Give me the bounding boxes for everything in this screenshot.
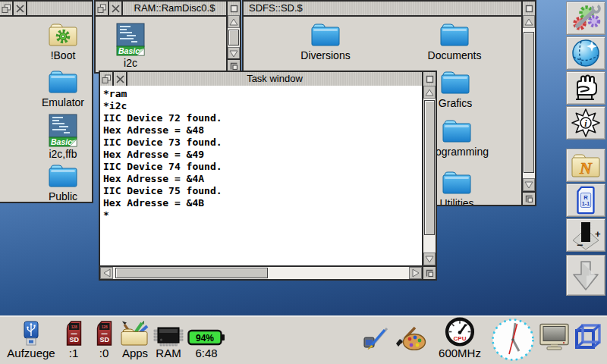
file-label: Emulator [42, 97, 84, 108]
monitor-icon [539, 323, 571, 350]
task-vscroll-slider[interactable] [424, 100, 435, 235]
sdfs-resize-handle[interactable] [521, 191, 535, 205]
sd-tool-line2: 1-1 [582, 201, 590, 207]
up-triangle [524, 18, 533, 26]
scroll-up-arrow-icon[interactable] [423, 86, 436, 99]
toolbar-button-scroll-down[interactable] [566, 255, 605, 296]
scroll-down-arrow-icon[interactable] [423, 253, 436, 265]
close-icon-glyph [112, 5, 120, 13]
iconbar-item-sd0[interactable]: 128 SD :0 [92, 317, 116, 359]
toolbar-button-memory-tool[interactable]: + − [566, 218, 605, 252]
folder-icon-diversions[interactable]: Diversions [280, 21, 371, 61]
window-title: SDFS::SD.$ [244, 2, 521, 15]
terminal-line: IIC Device 72 found. [103, 112, 422, 124]
close-icon[interactable] [14, 2, 27, 15]
iconbar-item-clock[interactable] [491, 318, 535, 364]
close-icon[interactable] [114, 72, 127, 86]
iconbar-label: RAM [156, 347, 181, 359]
blue-folder-icon [46, 68, 80, 96]
toggle-size-icon[interactable] [226, 2, 240, 15]
file-icon-boot[interactable]: !Boot [30, 21, 93, 61]
iconbar-item-cpu[interactable]: CPU 600MHz [439, 317, 481, 359]
terminal-output-area[interactable]: *ram *i2c IIC Device 72 found. Hex Adres… [100, 86, 422, 265]
toolbar-button-stronghelp[interactable]: i [566, 106, 605, 140]
iconbar-label: 6:48 [195, 347, 217, 359]
down-arrow-icon [569, 258, 602, 293]
resize-glyph [426, 269, 434, 278]
basic-banner-text: Basic [118, 46, 140, 55]
file-icon-i2cffb[interactable]: Basic i2c,ffb [30, 114, 93, 160]
toggle-size-icon[interactable] [521, 2, 535, 15]
folder-n-icon: N [570, 152, 602, 179]
iconbar-item-taskmanager[interactable] [572, 322, 604, 355]
terminal-line: IIC Device 73 found. [103, 136, 422, 149]
battery-percent-text: 94% [196, 333, 214, 344]
toolbar-button-notes[interactable]: N [566, 149, 605, 182]
micro-sd-card-icon: 128 SD [64, 320, 83, 347]
window-title [27, 2, 92, 15]
up-triangle [229, 18, 238, 26]
toolbar-button-sdcard-tool[interactable]: R 1-1 [566, 184, 605, 217]
apps-folder-icon [120, 321, 150, 347]
usb-drive-icon [21, 321, 41, 347]
window-title: RAM::RamDisc0.$ [123, 2, 226, 15]
cpu-gauge-icon: CPU [444, 317, 476, 347]
close-icon-glyph [116, 75, 124, 83]
task-titlebar: Task window [100, 72, 436, 87]
folder-label: Documents [428, 50, 482, 61]
ram-vscroll-slider[interactable] [228, 30, 239, 46]
terminal-line: Hex Adresse = &48 [103, 124, 422, 136]
riscos-cube-icon [572, 322, 604, 352]
scroll-left-arrow-icon[interactable] [100, 267, 113, 279]
scroll-up-arrow-icon[interactable] [228, 15, 240, 28]
task-resize-handle[interactable] [422, 265, 436, 279]
toolbar-button-configure[interactable] [566, 2, 605, 35]
iconbar-item-usb[interactable]: Aufzuege [6, 317, 56, 359]
screen: !Boot Emulator Basic i2c,ffb [0, 0, 607, 364]
blue-folder-icon [46, 162, 80, 190]
resize-glyph [230, 62, 238, 71]
iconbar-item-display[interactable] [539, 323, 571, 353]
blue-folder-icon [309, 21, 342, 49]
terminal-text: *ram *i2c IIC Device 72 found. Hex Adres… [100, 86, 422, 221]
resize-glyph [525, 195, 533, 203]
back-icon[interactable] [0, 2, 14, 15]
scroll-down-arrow-icon[interactable] [523, 178, 535, 191]
iconbar-item-draw[interactable] [363, 325, 392, 353]
file-icon-i2c[interactable]: Basic i2c [102, 23, 159, 69]
iconbar-item-sd1[interactable]: 128 SD :1 [61, 317, 86, 359]
back-icon-glyph [102, 74, 112, 84]
battery-icon: 94% [187, 328, 225, 347]
scroll-up-arrow-icon[interactable] [523, 15, 535, 28]
toolbar-button-browser[interactable] [566, 36, 605, 70]
basic-banner-text: Basic [51, 137, 72, 146]
file-icon-emulator[interactable]: Emulator [30, 68, 93, 108]
toggle-size-icon[interactable] [422, 72, 436, 86]
back-icon[interactable] [100, 72, 114, 86]
sdfs-titlebar: SDFS::SD.$ [244, 2, 535, 17]
sdfs-vscroll-slider[interactable] [524, 32, 534, 173]
iconbar-item-ram[interactable]: RAM [151, 317, 186, 359]
sd-card-r11-icon: R 1-1 [572, 185, 599, 215]
file-label: i2c,ffb [49, 149, 77, 160]
ram-titlebar: RAM::RamDisc0.$ [96, 2, 240, 17]
iconbar-item-battery[interactable]: 94% 6:48 [187, 317, 226, 359]
task-vscrollbar[interactable] [422, 86, 436, 265]
file-label: !Boot [51, 50, 76, 61]
iconbar-item-apps[interactable]: Apps [118, 317, 152, 359]
iconbar-item-paint[interactable] [395, 323, 426, 353]
folder-icon-documents[interactable]: Documents [409, 21, 500, 61]
right-triangle [412, 268, 420, 278]
scroll-right-arrow-icon[interactable] [409, 267, 422, 279]
back-icon[interactable] [96, 2, 109, 15]
task-hscroll-slider[interactable] [115, 268, 268, 278]
sdfs-vscrollbar[interactable] [521, 15, 535, 205]
toolbar-button-stronged[interactable] [566, 71, 605, 105]
sd-capacity-text: 128 [101, 325, 107, 329]
down-triangle [524, 181, 533, 189]
close-icon[interactable] [109, 2, 123, 15]
svg-text:−: − [577, 239, 583, 250]
task-hscrollbar[interactable] [100, 265, 422, 279]
file-icon-public[interactable]: Public [30, 162, 93, 202]
file-label: i2c [124, 58, 137, 69]
